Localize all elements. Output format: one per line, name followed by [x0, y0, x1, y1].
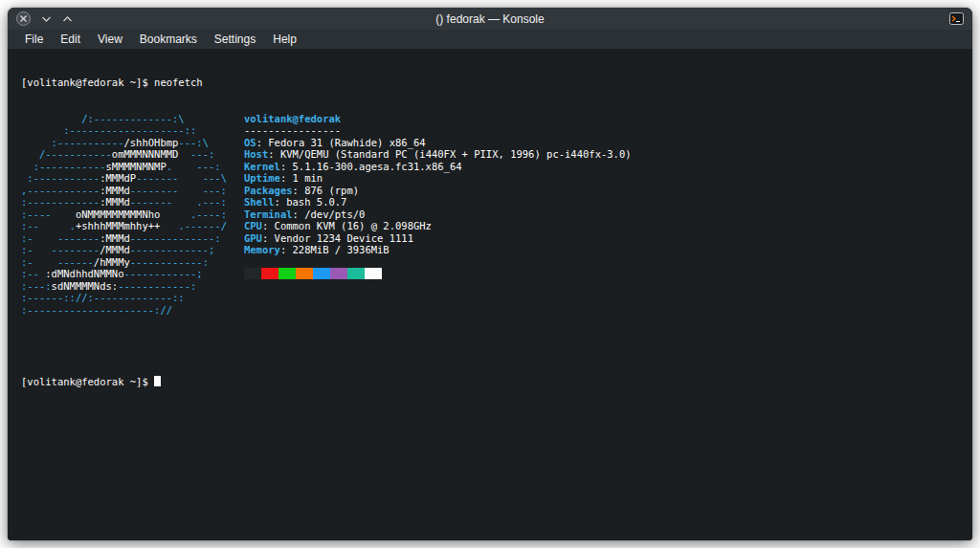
color-block	[261, 268, 278, 279]
neofetch-info-row: Kernel: 5.1.16-300.agesa.fc31.x86_64	[244, 161, 632, 173]
menu-item-bookmarks[interactable]: Bookmarks	[131, 31, 206, 48]
minimize-button[interactable]	[41, 15, 52, 23]
menu-item-settings[interactable]: Settings	[206, 31, 264, 48]
menu-item-edit[interactable]: Edit	[52, 31, 89, 48]
menu-item-view[interactable]: View	[89, 31, 131, 48]
menu-item-file[interactable]: File	[16, 31, 52, 48]
terminal-area[interactable]: [volitank@fedorak ~]$ neofetch /:-------…	[8, 49, 972, 540]
neofetch-info-row: GPU: Vendor 1234 Device 1111	[244, 232, 632, 245]
menu-item-help[interactable]: Help	[264, 31, 305, 48]
terminal-color-blocks	[244, 268, 632, 280]
neofetch-info-row: CPU: Common KVM (16) @ 2.098GHz	[244, 220, 632, 232]
neofetch-output: /:-------------:\ :-------------------::…	[21, 113, 972, 317]
titlebar[interactable]: () fedorak — Konsole	[8, 8, 972, 30]
neofetch-underline: ----------------	[244, 124, 632, 137]
konsole-window: () fedorak — Konsole File Edit View Book…	[8, 8, 972, 540]
neofetch-info-row: OS: Fedora 31 (Rawhide) x86_64	[244, 137, 632, 149]
neofetch-info-row: Uptime: 1 min	[244, 172, 632, 185]
chevron-up-icon	[62, 15, 73, 23]
close-icon	[19, 14, 28, 23]
neofetch-info-row: Packages: 876 (rpm)	[244, 185, 632, 197]
window-title: () fedorak — Konsole	[8, 12, 972, 26]
neofetch-blank-line	[244, 256, 632, 269]
prompt-text: [volitank@fedorak ~]$	[21, 376, 154, 387]
prompt-line-current: [volitank@fedorak ~]$	[21, 376, 972, 388]
color-block	[313, 268, 330, 279]
chevron-down-icon	[41, 15, 52, 23]
color-block	[278, 268, 296, 279]
maximize-button[interactable]	[62, 15, 73, 23]
prompt-line-neofetch: [volitank@fedorak ~]$ neofetch	[21, 77, 972, 89]
color-block	[296, 268, 313, 279]
color-block	[365, 268, 382, 279]
neofetch-info-row: Memory: 228MiB / 3936MiB	[244, 244, 632, 256]
terminal-cursor	[154, 376, 161, 386]
neofetch-user-host: volitank@fedorak	[244, 113, 632, 125]
close-button[interactable]	[16, 11, 31, 26]
neofetch-info-row: Terminal: /dev/pts/0	[244, 208, 632, 221]
neofetch-info: volitank@fedorak----------------OS: Fedo…	[244, 113, 632, 280]
color-block	[330, 268, 347, 279]
menubar: File Edit View Bookmarks Settings Help	[8, 30, 972, 49]
neofetch-ascii-logo: /:-------------:\ :-------------------::…	[21, 113, 227, 317]
color-block	[244, 268, 261, 279]
blank-line	[21, 340, 972, 352]
color-block	[347, 268, 365, 279]
neofetch-info-row: Shell: bash 5.0.7	[244, 196, 632, 208]
neofetch-info-row: Host: KVM/QEMU (Standard PC (i440FX + PI…	[244, 148, 632, 161]
konsole-app-icon	[949, 11, 964, 26]
